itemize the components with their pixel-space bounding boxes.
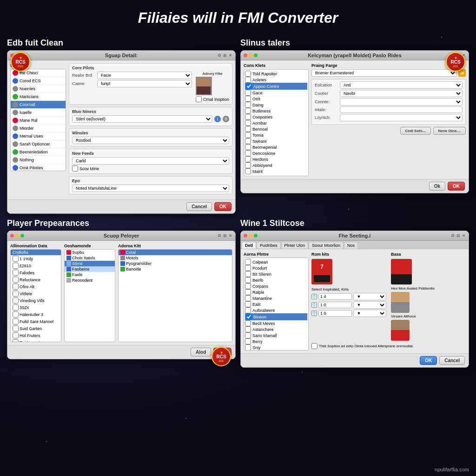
epo-select[interactable]: Noted ManulatulaLine <box>72 185 229 192</box>
intale-input[interactable] <box>340 106 463 113</box>
list-item[interactable]: Gace <box>245 90 307 96</box>
item-checkbox[interactable] <box>13 304 19 311</box>
item-checkbox[interactable] <box>245 271 251 277</box>
list-item[interactable]: Fuild Sare Mannel <box>11 318 61 325</box>
sidebar-item[interactable]: Nothing <box>11 156 66 164</box>
list-item[interactable]: Manantine <box>245 295 307 301</box>
item-checkbox[interactable] <box>13 298 19 304</box>
new-feeds-select[interactable]: Carld <box>72 157 229 165</box>
item-checkbox[interactable] <box>245 295 251 301</box>
eolcation-select[interactable]: Anti <box>340 81 463 89</box>
list-item[interactable]: Halentutler 3 <box>11 311 61 318</box>
item-checkbox[interactable] <box>13 291 19 297</box>
cancel-button[interactable]: Cancel <box>439 356 465 365</box>
item-checkbox[interactable] <box>245 138 251 144</box>
scov-checkbox[interactable] <box>72 165 78 172</box>
ok-button[interactable]: OK <box>420 356 437 365</box>
list-item[interactable]: Ofire Alt <box>11 283 61 290</box>
cancel-button[interactable]: Cancel <box>186 202 212 211</box>
list-item[interactable]: Vittlete <box>11 290 61 297</box>
item-checkbox[interactable] <box>245 259 251 265</box>
item-checkbox[interactable] <box>245 156 251 162</box>
maximize-button[interactable] <box>254 53 258 57</box>
item-checkbox[interactable] <box>13 270 19 276</box>
sidebar-list[interactable]: fhe Chioci Corod ECS Nuerries Marticians… <box>10 69 66 171</box>
sidebar-item-selected[interactable]: Coornall <box>11 101 66 109</box>
item-checkbox[interactable] <box>246 314 252 320</box>
maximize-button[interactable] <box>20 234 24 238</box>
item-checkbox[interactable] <box>245 71 251 77</box>
close-button[interactable] <box>10 234 14 238</box>
ok-button[interactable]: OK <box>214 202 231 211</box>
item-checkbox[interactable] <box>245 126 251 132</box>
item-checkbox[interactable] <box>13 318 19 324</box>
loyritch-select[interactable] <box>340 114 463 121</box>
list-item[interactable]: 3SDI <box>11 304 61 311</box>
sidebar-item[interactable]: Beeneriedation <box>11 148 66 156</box>
stepper-select-1[interactable]: ▼ <box>353 293 387 300</box>
new-button[interactable]: Nerw Oine.... <box>433 127 466 135</box>
list-item[interactable]: Rai Looont <box>11 339 61 342</box>
sidebar-item[interactable]: Corod ECS <box>11 77 66 85</box>
list-item-selected[interactable]: Cndtofia <box>11 250 61 255</box>
list-item[interactable]: Berry <box>245 338 307 344</box>
sidebar-item[interactable]: Miorder <box>11 125 66 132</box>
list-item[interactable]: Aulbralteent <box>245 307 307 313</box>
list-item[interactable]: Choic Itatols <box>65 255 115 261</box>
item-checkbox[interactable] <box>13 284 19 290</box>
footer-checkbox[interactable] <box>311 343 317 349</box>
list-item[interactable]: Tomia <box>245 132 307 138</box>
list-item[interactable]: Falodes <box>11 269 61 276</box>
list-item[interactable]: Beirlb <box>245 277 307 283</box>
tab-plnter-ulon[interactable]: Plnter Ulon <box>281 242 309 249</box>
alod-button[interactable]: Alod <box>191 348 211 357</box>
list-item[interactable]: Hol Fruters <box>11 332 61 339</box>
list-item[interactable]: Banoitle <box>119 266 232 272</box>
item-checkbox[interactable] <box>245 90 251 96</box>
minimize-button[interactable] <box>249 234 252 238</box>
list-item[interactable]: Sniy <box>245 344 307 350</box>
list-item[interactable]: Calpean <box>245 259 307 265</box>
aorna-list[interactable]: Calpean Pcodurt Bit Slieren Beirlb Corpa… <box>244 258 309 350</box>
list-item[interactable]: Mairit <box>245 168 307 174</box>
item-checkbox[interactable] <box>13 332 19 338</box>
list-item-highlighted[interactable]: Faobeine <box>65 266 115 272</box>
stepper-input-2[interactable] <box>318 302 352 308</box>
item-checkbox[interactable] <box>13 339 19 342</box>
list-item[interactable]: Otrit <box>245 96 307 102</box>
adoroa-list[interactable]: Cotal Motols Pyogramildier Banoitle <box>118 249 232 342</box>
cedl-button[interactable]: Cedl Sofo... <box>400 127 431 135</box>
ooshamonde-list[interactable]: Supbu Choic Itatols Stirnii Faobein <box>64 249 115 342</box>
allinonnation-list[interactable]: Cndtofia 1 1%ily £2610 Falodes Reluctanc… <box>10 249 61 342</box>
sidebar-item[interactable]: Mane Ral <box>11 117 66 125</box>
stepper-input-1[interactable] <box>318 293 352 300</box>
realor-select[interactable]: Facie <box>97 72 192 79</box>
sidebar-item[interactable]: luaelle <box>11 109 66 117</box>
minimize-button[interactable] <box>249 53 252 57</box>
list-item[interactable]: Corpans <box>245 283 307 289</box>
sidebar-item[interactable]: Mernal Uses <box>11 132 66 140</box>
list-item[interactable]: Daing <box>245 102 307 108</box>
item-checkbox[interactable] <box>13 325 19 331</box>
sidebar-item[interactable]: Marticians <box>11 93 66 101</box>
caene-select[interactable]: furtpl <box>97 80 192 87</box>
list-item[interactable]: Ralple <box>245 289 307 295</box>
ok-button[interactable]: OK <box>448 182 465 191</box>
maximize-button[interactable] <box>254 234 258 238</box>
item-checkbox[interactable] <box>245 326 251 332</box>
list-item[interactable]: Faele <box>65 272 115 278</box>
item-checkbox[interactable] <box>13 277 19 283</box>
list-item[interactable]: Aoletes <box>245 77 307 83</box>
list-item[interactable]: Ealit <box>245 301 307 307</box>
item-checkbox[interactable] <box>246 83 252 89</box>
item-checkbox[interactable] <box>245 120 251 126</box>
tab-puolnbes[interactable]: Puolnbes <box>257 242 281 249</box>
sidebar-item[interactable]: Sarah Optioncer <box>11 140 66 148</box>
item-checkbox[interactable] <box>13 311 19 317</box>
crnal-checkbox[interactable] <box>196 96 202 102</box>
list-item[interactable]: Herdons <box>245 156 307 162</box>
sidebar-item[interactable]: Nuerries <box>11 85 66 93</box>
list-item[interactable]: Reluctance <box>11 276 61 283</box>
list-item[interactable]: Sweare <box>245 138 307 144</box>
list-item[interactable]: Bit Slieren <box>245 271 307 277</box>
